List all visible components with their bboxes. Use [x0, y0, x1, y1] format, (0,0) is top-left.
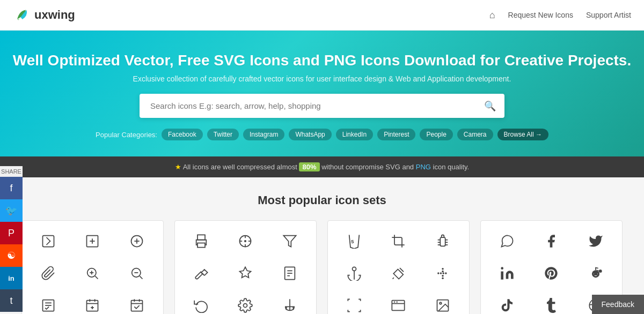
star-icon: ★ [175, 163, 181, 171]
icon-zoom-in [80, 261, 104, 285]
svg-point-58 [440, 272, 442, 274]
svg-point-74 [599, 270, 602, 273]
popular-label: Popular Categories: [96, 131, 157, 139]
category-camera[interactable]: Camera [457, 129, 493, 140]
search-button[interactable]: 🔍 [482, 98, 498, 114]
icon-tumblr [539, 294, 563, 314]
hero-subtitle: Exclusive collection of carefully crafte… [11, 74, 633, 83]
png-text: PNG [416, 163, 431, 171]
linkedin-share-button[interactable]: in [0, 267, 23, 289]
svg-rect-46 [440, 237, 445, 246]
icon-broom [278, 294, 302, 314]
compression-highlight: 80% [299, 162, 319, 171]
category-pinterest[interactable]: Pinterest [377, 129, 415, 140]
svg-line-56 [393, 278, 394, 279]
icon-dots [431, 261, 455, 285]
icon-linkedin [495, 261, 519, 285]
popular-categories: Popular Categories: Facebook Twitter Ins… [11, 129, 633, 140]
svg-point-64 [442, 278, 444, 280]
svg-point-62 [442, 271, 444, 273]
logo[interactable]: uxwing [13, 6, 75, 24]
icon-eyedropper [386, 261, 410, 285]
header: uxwing ⌂ Request New Icons Support Artis… [0, 0, 644, 31]
icon-pinterest [539, 261, 563, 285]
twitter-share-button[interactable]: 🐦 [0, 199, 23, 222]
facebook-icon: f [10, 183, 12, 194]
linkedin-icon: in [8, 274, 14, 282]
icon-zoom-out [125, 261, 149, 285]
svg-point-61 [442, 268, 444, 270]
pinterest-icon: P [8, 228, 14, 239]
header-nav: ⌂ Request New Icons Support Artist [489, 10, 631, 21]
share-sidebar: SHARE f 🐦 P ☯ in t [0, 166, 23, 312]
category-linkedin[interactable]: LinkedIn [336, 129, 373, 140]
svg-rect-0 [43, 236, 54, 247]
svg-line-42 [286, 306, 287, 310]
icon-anchor [342, 261, 366, 285]
info-bar: ★ All icons are well compressed almost 8… [0, 156, 644, 177]
logo-text: uxwing [34, 8, 75, 22]
icon-whatsapp [495, 229, 519, 253]
svg-line-44 [293, 306, 294, 310]
hero-title: Well Optimized Vector, Free SVG Icons an… [11, 52, 633, 69]
icon-card-3[interactable]: 5 [327, 220, 470, 314]
svg-point-67 [394, 301, 395, 302]
svg-point-68 [397, 301, 398, 302]
icon-list-check [36, 294, 60, 314]
svg-point-63 [442, 275, 444, 277]
section-title: Most popular icon sets [21, 193, 623, 207]
svg-rect-65 [392, 301, 405, 311]
icon-facebook [539, 229, 563, 253]
icon-calendar-add [80, 294, 104, 314]
home-icon[interactable]: ⌂ [489, 10, 495, 21]
svg-point-57 [437, 272, 440, 274]
svg-rect-23 [131, 301, 142, 311]
icon-card-2[interactable] [174, 220, 317, 314]
svg-line-12 [140, 276, 142, 279]
svg-line-8 [96, 276, 98, 279]
category-facebook[interactable]: Facebook [162, 129, 203, 140]
icon-pin [233, 261, 257, 285]
search-icon: 🔍 [484, 101, 496, 111]
icon-add-square [80, 229, 104, 253]
svg-rect-28 [197, 243, 205, 248]
feedback-button[interactable]: Feedback [592, 295, 644, 314]
info-text-end: icon quality. [433, 163, 470, 171]
icon-card-1[interactable] [21, 220, 164, 314]
icon-reddit [584, 261, 608, 285]
svg-rect-27 [197, 235, 205, 240]
tumblr-share-button[interactable]: t [0, 289, 23, 312]
icon-crop [386, 229, 410, 253]
svg-point-73 [592, 270, 599, 278]
icon-window [386, 294, 410, 314]
request-new-icons-link[interactable]: Request New Icons [508, 11, 573, 19]
info-text-before: All icons are well compressed almost [183, 163, 297, 171]
category-people[interactable]: People [420, 129, 452, 140]
category-twitter[interactable]: Twitter [207, 129, 239, 140]
icon-cards: 5 [21, 220, 623, 314]
support-artist-link[interactable]: Support Artist [586, 11, 631, 19]
browse-all-link[interactable]: Browse All → [497, 129, 548, 140]
hero-section: Well Optimized Vector, Free SVG Icons an… [0, 31, 644, 156]
svg-point-40 [244, 304, 247, 308]
icon-html5: 5 [342, 229, 366, 253]
svg-marker-35 [283, 236, 296, 247]
search-input[interactable] [146, 96, 482, 116]
share-label: SHARE [0, 166, 23, 177]
icon-color-picker [233, 229, 257, 253]
main-content: Most popular icon sets [0, 177, 644, 314]
pinterest-share-button[interactable]: P [0, 222, 23, 244]
icon-image [431, 294, 455, 314]
category-whatsapp[interactable]: WhatsApp [289, 129, 331, 140]
reddit-share-button[interactable]: ☯ [0, 244, 23, 267]
svg-rect-71 [501, 272, 503, 280]
icon-settings [233, 294, 257, 314]
svg-point-70 [440, 302, 442, 304]
category-instagram[interactable]: Instagram [243, 129, 284, 140]
svg-point-30 [245, 241, 246, 242]
facebook-share-button[interactable]: f [0, 177, 23, 199]
svg-point-53 [353, 267, 356, 271]
svg-point-72 [501, 267, 503, 270]
icon-notes [278, 261, 302, 285]
svg-rect-17 [87, 301, 98, 311]
